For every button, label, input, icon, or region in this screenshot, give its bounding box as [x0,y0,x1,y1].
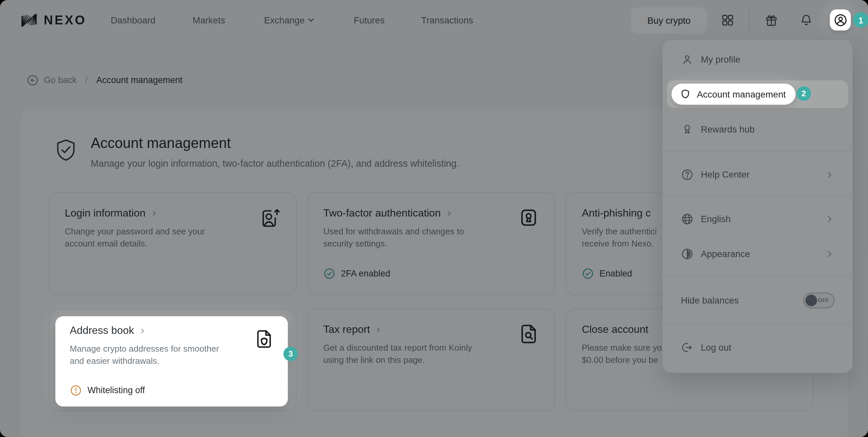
breadcrumb-current: Account management [96,75,182,85]
app-window: NEXO Dashboard Markets Exchange Futures … [0,0,868,437]
card-title: Close account [582,323,648,336]
card-two-factor-authentication[interactable]: Two-factor authentication Used for withd… [307,192,555,294]
card-title: Two-factor authentication [323,207,441,219]
nav-item-futures[interactable]: Futures [353,0,384,40]
card-address-book[interactable]: Address book Manage crypto addresses for… [55,316,288,407]
nav-divider [749,10,750,30]
menu-item-log-out[interactable]: Log out [672,335,844,360]
chevron-right-icon [151,210,158,217]
nexo-logo[interactable]: NEXO [21,0,86,40]
card-description: Used for withdrawals and changes to secu… [323,225,539,250]
menu-item-account-management[interactable]: Account management [672,84,796,105]
toggle-knob [805,294,817,306]
menu-item-hide-balances: Hide balances OFF [672,287,844,313]
go-back-link[interactable]: Go back [27,74,77,86]
gift-icon[interactable] [765,13,778,27]
shield-check-icon [53,137,79,163]
arrow-left-circle-icon [27,74,39,86]
menu-divider [663,151,852,152]
screen: NEXO Dashboard Markets Exchange Futures … [0,0,868,437]
shield-icon [680,89,691,100]
bell-icon[interactable] [800,13,813,27]
nav-item-markets[interactable]: Markets [193,0,225,40]
menu-divider [663,323,852,324]
help-circle-icon [681,168,694,181]
top-nav: NEXO Dashboard Markets Exchange Futures … [0,0,868,40]
menu-item-language[interactable]: English [672,206,844,231]
card-login-information[interactable]: Login information Change your password a… [49,192,297,294]
card-address-book-base: Address book Manage crypto addresses for… [49,309,297,411]
chevron-right-icon [139,327,146,334]
toggle-off-label: OFF [818,297,829,303]
breadcrumb: Go back / Account management [27,74,183,87]
medal-icon [681,123,694,135]
go-back-label: Go back [44,75,77,85]
alert-circle-icon [70,384,82,397]
menu-divider [663,276,852,277]
card-description: Change your password and see your accoun… [65,225,280,250]
chevron-right-icon [825,249,834,258]
tutorial-step-badge-3: 3 [283,347,298,361]
status-whitelisting-off: Whitelisting off [70,384,145,397]
lock-keyhole-icon [517,207,539,229]
card-title: Address book [70,324,134,337]
breadcrumb-separator: / [85,75,87,85]
profile-avatar-button[interactable] [830,9,851,31]
card-title: Anti-phishing c [582,207,651,219]
nav-item-dashboard[interactable]: Dashboard [111,0,156,40]
document-search-icon [517,323,539,345]
profile-dropdown-menu: My profile Account management 2 [663,40,852,373]
contrast-icon [681,247,694,260]
nexo-logo-word: NEXO [44,13,87,28]
document-shield-icon [253,329,275,350]
status-2fa-enabled: 2FA enabled [323,268,390,280]
user-icon [681,53,694,66]
nav-item-transactions[interactable]: Transactions [421,0,473,40]
menu-item-help-center[interactable]: Help Center [672,162,844,187]
nexo-logo-icon [21,13,37,28]
apps-grid-icon[interactable] [721,13,735,27]
menu-item-rewards-hub[interactable]: Rewards hub [672,116,844,142]
nav-item-exchange[interactable]: Exchange [264,0,314,40]
status-anti-phishing-enabled: Enabled [582,268,632,280]
chevron-right-icon [375,326,382,333]
chevron-right-icon [446,210,453,217]
user-arrow-up-icon [259,207,281,229]
tutorial-step-badge-1: 1 [853,12,868,28]
card-description: Get a discounted tax report from Koinly … [323,342,539,366]
check-circle-icon [323,268,336,280]
check-circle-icon [582,268,594,280]
card-tax-report[interactable]: Tax report Get a discounted tax report f… [307,309,555,411]
hide-balances-toggle[interactable]: OFF [803,292,835,309]
chevron-right-icon [825,170,834,179]
page-title: Account management [91,134,231,152]
menu-item-appearance[interactable]: Appearance [672,241,844,266]
logout-icon [681,341,694,354]
card-description: Manage crypto addresses for smoother and… [70,343,275,367]
caret-down-icon [308,18,314,22]
globe-icon [681,213,694,225]
buy-crypto-button[interactable]: Buy crypto [631,7,707,34]
page-subtitle: Manage your login information, two-facto… [91,158,459,170]
tutorial-step-badge-2: 2 [797,86,811,101]
menu-item-my-profile[interactable]: My profile [672,46,844,72]
card-title: Login information [65,207,146,219]
menu-divider [663,196,852,197]
card-title: Tax report [323,323,370,336]
chevron-right-icon [825,214,834,224]
